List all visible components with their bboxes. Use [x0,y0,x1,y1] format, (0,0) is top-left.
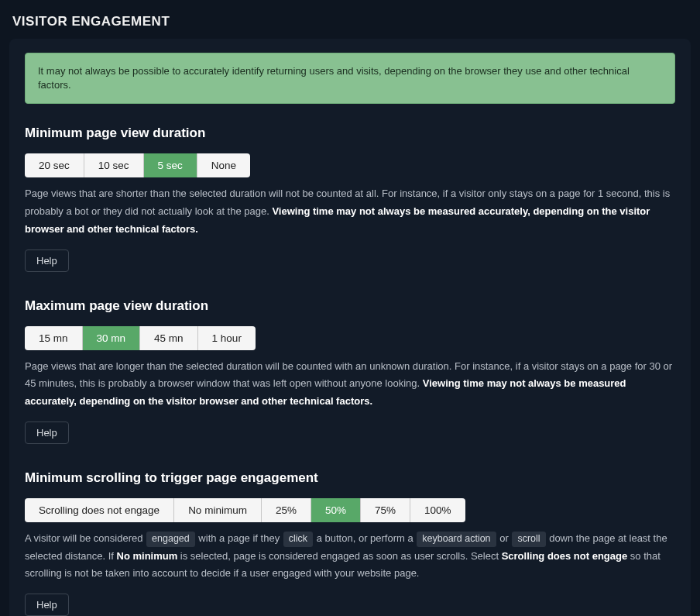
option-button[interactable]: None [197,153,250,177]
desc-text: A visitor will be considered [25,532,146,544]
min-scroll-heading: Minimum scrolling to trigger page engage… [25,470,675,486]
help-button[interactable]: Help [25,594,69,616]
min-duration-options: 20 sec10 sec5 secNone [25,153,250,177]
section-max-duration: Maximum page view duration 15 mn30 mn45 … [25,298,675,444]
option-button[interactable]: 100% [410,498,465,522]
page-title: VISITOR ENGAGEMENT [12,14,691,29]
min-duration-description: Page views that are shorter than the sel… [25,185,675,238]
option-button[interactable]: 5 sec [144,153,197,177]
option-button[interactable]: 75% [361,498,410,522]
scroll-pill: scroll [512,532,545,548]
min-duration-heading: Minimum page view duration [25,126,675,141]
desc-bold: No minimum [117,550,178,562]
min-scroll-options: Scrolling does not engageNo minimum25%50… [25,498,465,522]
option-button[interactable]: 1 hour [198,326,256,350]
max-duration-description: Page views that are longer than the sele… [25,358,675,411]
help-button[interactable]: Help [25,422,69,444]
option-button[interactable]: 15 mn [25,326,83,350]
desc-text: is selected, page is considered engaged … [177,550,501,562]
max-duration-options: 15 mn30 mn45 mn1 hour [25,326,256,350]
desc-text: or [497,532,512,544]
option-button[interactable]: 20 sec [25,153,84,177]
option-button[interactable]: 30 mn [83,326,141,350]
settings-panel: It may not always be possible to accurat… [9,39,691,616]
section-min-scroll: Minimum scrolling to trigger page engage… [25,470,675,616]
keyboard-action-pill: keyboard action [417,532,496,548]
option-button[interactable]: No minimum [174,498,262,522]
option-button[interactable]: Scrolling does not engage [25,498,174,522]
help-button[interactable]: Help [25,249,69,272]
click-pill: click [283,532,313,548]
info-banner: It may not always be possible to accurat… [25,53,675,104]
option-button[interactable]: 45 mn [140,326,198,350]
section-min-duration: Minimum page view duration 20 sec10 sec5… [25,126,675,271]
option-button[interactable]: 25% [262,498,311,522]
option-button[interactable]: 50% [311,498,361,522]
desc-text: with a page if they [196,532,283,544]
engaged-pill: engaged [146,532,195,548]
min-scroll-description: A visitor will be considered engaged wit… [25,530,675,583]
option-button[interactable]: 10 sec [84,153,144,177]
desc-bold: Scrolling does not engage [502,550,628,562]
max-duration-heading: Maximum page view duration [25,298,675,314]
desc-text: a button, or perform a [314,532,416,544]
